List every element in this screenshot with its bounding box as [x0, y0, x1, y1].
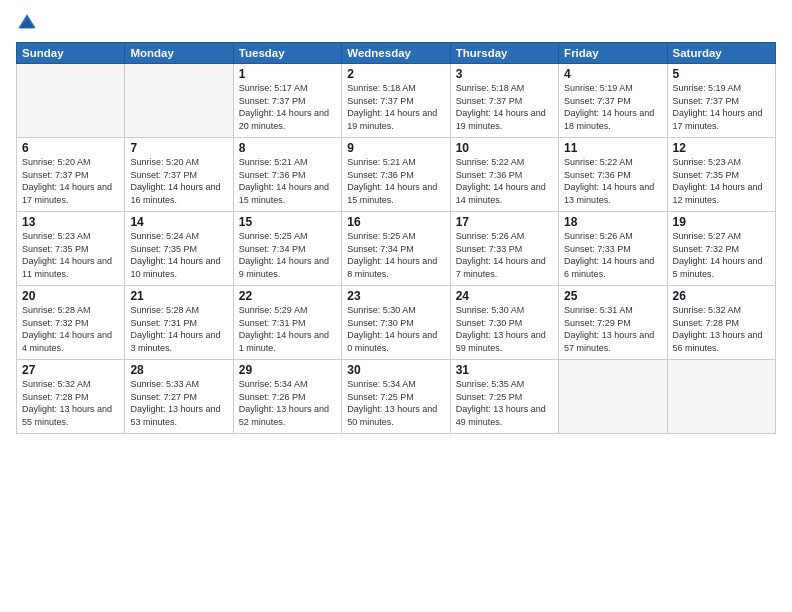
day-number: 2 — [347, 67, 444, 81]
day-number: 15 — [239, 215, 336, 229]
day-number: 21 — [130, 289, 227, 303]
day-info: Sunrise: 5:20 AMSunset: 7:37 PMDaylight:… — [130, 156, 227, 206]
day-info: Sunrise: 5:26 AMSunset: 7:33 PMDaylight:… — [456, 230, 553, 280]
weekday-header: Sunday — [17, 43, 125, 64]
day-number: 29 — [239, 363, 336, 377]
day-number: 27 — [22, 363, 119, 377]
day-number: 19 — [673, 215, 770, 229]
calendar-week-row: 6Sunrise: 5:20 AMSunset: 7:37 PMDaylight… — [17, 138, 776, 212]
calendar-cell: 10Sunrise: 5:22 AMSunset: 7:36 PMDayligh… — [450, 138, 558, 212]
day-info: Sunrise: 5:21 AMSunset: 7:36 PMDaylight:… — [239, 156, 336, 206]
day-info: Sunrise: 5:31 AMSunset: 7:29 PMDaylight:… — [564, 304, 661, 354]
day-number: 18 — [564, 215, 661, 229]
day-number: 11 — [564, 141, 661, 155]
day-info: Sunrise: 5:19 AMSunset: 7:37 PMDaylight:… — [673, 82, 770, 132]
calendar-cell: 4Sunrise: 5:19 AMSunset: 7:37 PMDaylight… — [559, 64, 667, 138]
calendar-cell: 27Sunrise: 5:32 AMSunset: 7:28 PMDayligh… — [17, 360, 125, 434]
calendar-cell: 8Sunrise: 5:21 AMSunset: 7:36 PMDaylight… — [233, 138, 341, 212]
calendar-header-row: SundayMondayTuesdayWednesdayThursdayFrid… — [17, 43, 776, 64]
day-number: 22 — [239, 289, 336, 303]
day-number: 6 — [22, 141, 119, 155]
day-info: Sunrise: 5:29 AMSunset: 7:31 PMDaylight:… — [239, 304, 336, 354]
calendar-cell: 3Sunrise: 5:18 AMSunset: 7:37 PMDaylight… — [450, 64, 558, 138]
day-info: Sunrise: 5:17 AMSunset: 7:37 PMDaylight:… — [239, 82, 336, 132]
day-number: 14 — [130, 215, 227, 229]
weekday-header: Saturday — [667, 43, 775, 64]
calendar-cell: 2Sunrise: 5:18 AMSunset: 7:37 PMDaylight… — [342, 64, 450, 138]
day-number: 28 — [130, 363, 227, 377]
calendar: SundayMondayTuesdayWednesdayThursdayFrid… — [16, 42, 776, 434]
calendar-cell: 25Sunrise: 5:31 AMSunset: 7:29 PMDayligh… — [559, 286, 667, 360]
day-info: Sunrise: 5:18 AMSunset: 7:37 PMDaylight:… — [347, 82, 444, 132]
weekday-header: Tuesday — [233, 43, 341, 64]
day-number: 8 — [239, 141, 336, 155]
weekday-header: Wednesday — [342, 43, 450, 64]
day-number: 17 — [456, 215, 553, 229]
calendar-cell: 23Sunrise: 5:30 AMSunset: 7:30 PMDayligh… — [342, 286, 450, 360]
calendar-cell: 22Sunrise: 5:29 AMSunset: 7:31 PMDayligh… — [233, 286, 341, 360]
calendar-cell: 5Sunrise: 5:19 AMSunset: 7:37 PMDaylight… — [667, 64, 775, 138]
day-number: 26 — [673, 289, 770, 303]
calendar-cell — [125, 64, 233, 138]
day-info: Sunrise: 5:24 AMSunset: 7:35 PMDaylight:… — [130, 230, 227, 280]
day-info: Sunrise: 5:33 AMSunset: 7:27 PMDaylight:… — [130, 378, 227, 428]
calendar-cell: 1Sunrise: 5:17 AMSunset: 7:37 PMDaylight… — [233, 64, 341, 138]
calendar-cell — [667, 360, 775, 434]
calendar-cell: 24Sunrise: 5:30 AMSunset: 7:30 PMDayligh… — [450, 286, 558, 360]
page: SundayMondayTuesdayWednesdayThursdayFrid… — [0, 0, 792, 612]
day-info: Sunrise: 5:23 AMSunset: 7:35 PMDaylight:… — [673, 156, 770, 206]
day-info: Sunrise: 5:25 AMSunset: 7:34 PMDaylight:… — [239, 230, 336, 280]
day-info: Sunrise: 5:22 AMSunset: 7:36 PMDaylight:… — [456, 156, 553, 206]
day-number: 7 — [130, 141, 227, 155]
header — [16, 12, 776, 34]
day-info: Sunrise: 5:26 AMSunset: 7:33 PMDaylight:… — [564, 230, 661, 280]
calendar-week-row: 20Sunrise: 5:28 AMSunset: 7:32 PMDayligh… — [17, 286, 776, 360]
calendar-cell: 17Sunrise: 5:26 AMSunset: 7:33 PMDayligh… — [450, 212, 558, 286]
day-number: 16 — [347, 215, 444, 229]
day-number: 3 — [456, 67, 553, 81]
day-number: 23 — [347, 289, 444, 303]
calendar-cell: 26Sunrise: 5:32 AMSunset: 7:28 PMDayligh… — [667, 286, 775, 360]
calendar-week-row: 27Sunrise: 5:32 AMSunset: 7:28 PMDayligh… — [17, 360, 776, 434]
day-info: Sunrise: 5:28 AMSunset: 7:32 PMDaylight:… — [22, 304, 119, 354]
day-number: 13 — [22, 215, 119, 229]
calendar-cell: 21Sunrise: 5:28 AMSunset: 7:31 PMDayligh… — [125, 286, 233, 360]
calendar-cell: 29Sunrise: 5:34 AMSunset: 7:26 PMDayligh… — [233, 360, 341, 434]
day-info: Sunrise: 5:20 AMSunset: 7:37 PMDaylight:… — [22, 156, 119, 206]
day-number: 10 — [456, 141, 553, 155]
day-number: 4 — [564, 67, 661, 81]
day-info: Sunrise: 5:28 AMSunset: 7:31 PMDaylight:… — [130, 304, 227, 354]
calendar-cell: 28Sunrise: 5:33 AMSunset: 7:27 PMDayligh… — [125, 360, 233, 434]
calendar-cell: 18Sunrise: 5:26 AMSunset: 7:33 PMDayligh… — [559, 212, 667, 286]
calendar-cell — [559, 360, 667, 434]
calendar-week-row: 1Sunrise: 5:17 AMSunset: 7:37 PMDaylight… — [17, 64, 776, 138]
day-number: 1 — [239, 67, 336, 81]
calendar-cell: 6Sunrise: 5:20 AMSunset: 7:37 PMDaylight… — [17, 138, 125, 212]
calendar-cell: 31Sunrise: 5:35 AMSunset: 7:25 PMDayligh… — [450, 360, 558, 434]
logo — [16, 12, 42, 34]
day-number: 20 — [22, 289, 119, 303]
day-info: Sunrise: 5:22 AMSunset: 7:36 PMDaylight:… — [564, 156, 661, 206]
day-info: Sunrise: 5:32 AMSunset: 7:28 PMDaylight:… — [22, 378, 119, 428]
day-number: 31 — [456, 363, 553, 377]
day-info: Sunrise: 5:19 AMSunset: 7:37 PMDaylight:… — [564, 82, 661, 132]
calendar-cell: 30Sunrise: 5:34 AMSunset: 7:25 PMDayligh… — [342, 360, 450, 434]
logo-icon — [16, 12, 38, 34]
day-number: 9 — [347, 141, 444, 155]
day-info: Sunrise: 5:30 AMSunset: 7:30 PMDaylight:… — [456, 304, 553, 354]
day-info: Sunrise: 5:25 AMSunset: 7:34 PMDaylight:… — [347, 230, 444, 280]
day-info: Sunrise: 5:27 AMSunset: 7:32 PMDaylight:… — [673, 230, 770, 280]
day-info: Sunrise: 5:21 AMSunset: 7:36 PMDaylight:… — [347, 156, 444, 206]
weekday-header: Friday — [559, 43, 667, 64]
day-info: Sunrise: 5:34 AMSunset: 7:25 PMDaylight:… — [347, 378, 444, 428]
day-number: 12 — [673, 141, 770, 155]
calendar-cell: 7Sunrise: 5:20 AMSunset: 7:37 PMDaylight… — [125, 138, 233, 212]
day-info: Sunrise: 5:30 AMSunset: 7:30 PMDaylight:… — [347, 304, 444, 354]
calendar-cell: 13Sunrise: 5:23 AMSunset: 7:35 PMDayligh… — [17, 212, 125, 286]
day-number: 24 — [456, 289, 553, 303]
calendar-cell: 9Sunrise: 5:21 AMSunset: 7:36 PMDaylight… — [342, 138, 450, 212]
weekday-header: Monday — [125, 43, 233, 64]
day-info: Sunrise: 5:18 AMSunset: 7:37 PMDaylight:… — [456, 82, 553, 132]
day-info: Sunrise: 5:32 AMSunset: 7:28 PMDaylight:… — [673, 304, 770, 354]
calendar-cell: 15Sunrise: 5:25 AMSunset: 7:34 PMDayligh… — [233, 212, 341, 286]
